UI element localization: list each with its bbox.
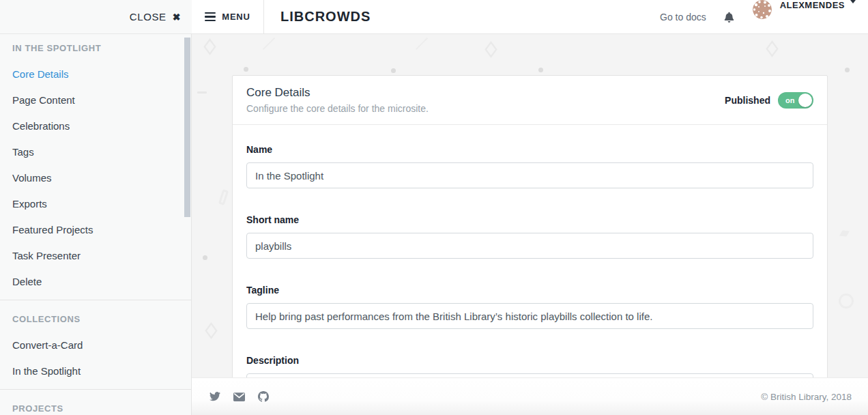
card-body: Name Short name Tagline Description	[233, 125, 827, 415]
decorative-dot	[538, 68, 543, 72]
app-body: IN THE SPOTLIGHT Core Details Page Conte…	[0, 34, 868, 415]
tagline-label: Tagline	[246, 283, 813, 297]
sidebar-item-core-details[interactable]: Core Details	[0, 61, 191, 87]
card-header: Core Details Configure the core details …	[233, 76, 827, 125]
published-label: Published	[725, 95, 770, 106]
sidebar-item-tags[interactable]: Tags	[0, 139, 191, 164]
sidebar-section-projects: PROJECTS	[0, 395, 191, 415]
sidebar-item-featured-projects[interactable]: Featured Projects	[0, 216, 191, 242]
app-window: CLOSE ✖ MENU LIBCROWDS Go to docs	[0, 0, 868, 415]
chevron-down-icon[interactable]	[850, 0, 856, 3]
decorative-rectangle	[218, 189, 229, 205]
decorative-diamond	[203, 38, 216, 55]
email-icon[interactable]	[233, 392, 245, 401]
decorative-dot	[203, 255, 207, 260]
sidebar-item-convert-a-card[interactable]: Convert-a-Card	[0, 332, 191, 358]
toggle-knob	[798, 94, 812, 107]
decorative-diamond	[484, 41, 497, 58]
name-input[interactable]	[246, 162, 813, 188]
twitter-icon[interactable]	[209, 392, 220, 401]
docs-link[interactable]: Go to docs	[660, 0, 706, 33]
tagline-input[interactable]	[246, 303, 813, 329]
main-content: Core Details Configure the core details …	[192, 34, 868, 415]
decorative-parallelogram	[839, 230, 850, 236]
sidebar-item-celebrations[interactable]: Celebrations	[0, 113, 191, 139]
sidebar: IN THE SPOTLIGHT Core Details Page Conte…	[0, 34, 192, 415]
sidebar-item-page-content[interactable]: Page Content	[0, 87, 191, 113]
hamburger-icon	[205, 12, 216, 22]
sidebar-divider	[0, 389, 191, 390]
core-details-card: Core Details Configure the core details …	[232, 75, 828, 415]
brand-logo[interactable]: LIBCROWDS	[280, 0, 371, 33]
sidebar-item-exports[interactable]: Exports	[0, 190, 191, 216]
sidebar-item-in-the-spotlight[interactable]: In the Spotlight	[0, 358, 191, 384]
copyright-text: © British Library, 2018	[761, 392, 852, 402]
sidebar-scrollbar[interactable]	[184, 38, 190, 217]
published-toggle[interactable]: on	[778, 92, 813, 109]
decorative-circle	[839, 294, 854, 309]
name-label: Name	[246, 143, 813, 156]
decorative-diamond	[205, 322, 217, 339]
sidebar-section-in-the-spotlight: IN THE SPOTLIGHT	[0, 35, 191, 61]
description-label: Description	[246, 354, 813, 367]
github-icon[interactable]	[258, 391, 269, 402]
short-name-label: Short name	[246, 213, 813, 227]
decorative-dot	[845, 68, 850, 72]
sidebar-item-volumes[interactable]: Volumes	[0, 164, 191, 190]
topbar: CLOSE ✖ MENU LIBCROWDS Go to docs	[0, 0, 868, 34]
notifications-bell-icon[interactable]	[723, 0, 735, 33]
sidebar-item-task-presenter[interactable]: Task Presenter	[0, 242, 191, 268]
decorative-dot	[244, 67, 248, 72]
avatar[interactable]	[753, 0, 772, 19]
decorative-dash	[197, 91, 207, 94]
card-subtitle: Configure the core details for the micro…	[246, 102, 429, 115]
username[interactable]: ALEXMENDES	[780, 0, 845, 33]
menu-label: MENU	[222, 12, 250, 22]
decorative-line	[263, 38, 275, 50]
published-control: Published on	[725, 92, 813, 109]
close-sidebar-button[interactable]: CLOSE ✖	[130, 11, 181, 23]
decorative-dot	[391, 68, 396, 73]
menu-button[interactable]: MENU	[192, 0, 264, 33]
name-field-group: Name	[246, 143, 813, 188]
footer: © British Library, 2018	[192, 377, 868, 415]
sidebar-item-delete[interactable]: Delete	[0, 268, 191, 294]
short-name-field-group: Short name	[246, 213, 813, 259]
sidebar-section-collections: COLLECTIONS	[0, 306, 191, 332]
card-header-text: Core Details Configure the core details …	[246, 85, 429, 115]
topbar-spacer	[371, 0, 660, 33]
close-label: CLOSE	[130, 11, 167, 23]
toggle-on-label: on	[785, 96, 794, 104]
decorative-line	[416, 38, 428, 50]
close-icon: ✖	[173, 12, 181, 22]
short-name-input[interactable]	[246, 233, 813, 259]
sidebar-header-bar: CLOSE ✖	[0, 0, 192, 33]
tagline-field-group: Tagline	[246, 283, 813, 329]
decorative-diamond	[766, 40, 778, 57]
sidebar-divider	[0, 300, 191, 300]
card-title: Core Details	[246, 85, 429, 100]
